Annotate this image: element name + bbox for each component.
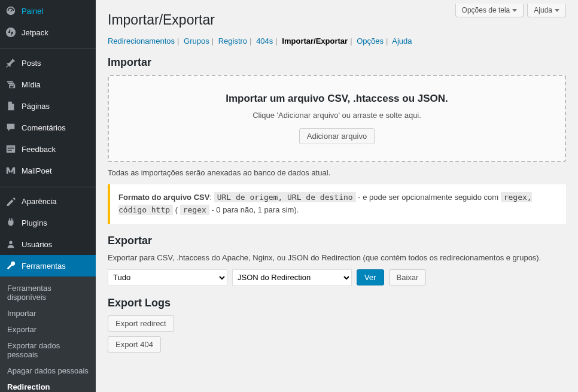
sidebar-item-label: MailPoet xyxy=(22,166,52,175)
download-button[interactable]: Baixar xyxy=(389,269,427,285)
export-redirect-button[interactable]: Export redirect xyxy=(108,315,174,332)
export-404-button[interactable]: Export 404 xyxy=(108,336,161,353)
main-content: Opções de tela Ajuda Importar/Exportar R… xyxy=(96,0,578,392)
menu-separator xyxy=(0,184,96,187)
csv-format-label: Formato do arquivo CSV xyxy=(118,193,209,202)
sidebar-item-label: Aparência xyxy=(22,197,57,206)
menu-separator xyxy=(0,46,96,49)
appearance-icon xyxy=(5,195,17,207)
sidebar-item-label: Jetpack xyxy=(22,28,48,37)
sidebar-item-label: Painel xyxy=(22,7,43,16)
sidebar-item-feedback[interactable]: Feedback xyxy=(0,138,96,160)
sidebar-item-label: Plugins xyxy=(22,218,47,227)
sidebar-item-pages[interactable]: Páginas xyxy=(0,95,96,117)
sidebar-item-posts[interactable]: Posts xyxy=(0,52,96,74)
sidebar-item-label: Comentários xyxy=(22,123,66,132)
dashboard-icon xyxy=(5,5,17,17)
sidebar-item-label: Posts xyxy=(22,59,41,68)
subnav-sep: | xyxy=(386,37,388,45)
help-label: Ajuda xyxy=(534,6,552,14)
subnav-log[interactable]: Registro xyxy=(218,37,247,45)
tools-submenu: Ferramentas disponíveis Importar Exporta… xyxy=(0,276,96,392)
svg-point-0 xyxy=(6,28,16,37)
subnav-options[interactable]: Opções xyxy=(357,37,384,45)
subnav-404s[interactable]: 404s xyxy=(256,37,273,45)
sidebar-item-mailpoet[interactable]: MailPoet xyxy=(0,160,96,181)
export-scope-select[interactable]: Tudo xyxy=(108,269,227,286)
submenu-item-export[interactable]: Exportar xyxy=(0,321,96,338)
submenu-item-available[interactable]: Ferramentas disponíveis xyxy=(0,280,96,305)
csv-mid-text: - e pode ser opcionalmente seguido com xyxy=(356,193,501,202)
submenu-item-redirection[interactable]: Redirection xyxy=(0,379,96,392)
submenu-item-import[interactable]: Importar xyxy=(0,305,96,321)
pin-icon xyxy=(5,57,17,69)
sidebar-item-label: Feedback xyxy=(22,145,56,154)
add-file-button[interactable]: Adicionar arquivo xyxy=(299,128,375,144)
subnav-redirects[interactable]: Redirecionamentos xyxy=(108,37,175,45)
comments-icon xyxy=(5,121,17,133)
media-icon xyxy=(5,78,17,90)
import-dropzone[interactable]: Importar um arquivo CSV, .htaccess ou JS… xyxy=(108,75,566,162)
sidebar-item-plugins[interactable]: Plugins xyxy=(0,212,96,233)
subnav-sep: | xyxy=(250,37,251,45)
pages-icon xyxy=(5,100,17,112)
dropzone-instruction: Clique 'Adicionar arquivo' ou arraste e … xyxy=(121,111,553,120)
sidebar-item-label: Mídia xyxy=(22,80,41,89)
csv-code-3: regex xyxy=(180,205,209,215)
export-controls: Tudo JSON do Redirection Ver Baixar xyxy=(108,269,566,286)
csv-tail-text: - 0 para não, 1 para sim). xyxy=(209,205,299,214)
subnav-sep: | xyxy=(177,37,179,45)
screen-options-label: Opções de tela xyxy=(462,6,510,14)
screen-options-button[interactable]: Opções de tela xyxy=(455,4,524,17)
export-heading: Exportar xyxy=(108,235,566,247)
users-icon xyxy=(5,238,17,250)
submenu-item-erase-personal[interactable]: Apagar dados pessoais xyxy=(0,363,96,379)
caret-down-icon xyxy=(512,9,517,12)
sidebar-item-label: Usuários xyxy=(22,240,52,249)
subnav-sep: | xyxy=(275,37,277,45)
svg-point-2 xyxy=(9,241,12,244)
import-note: Todas as importações serão anexadas ao b… xyxy=(108,168,566,177)
sidebar-item-jetpack[interactable]: Jetpack xyxy=(0,22,96,43)
submenu-item-export-personal[interactable]: Exportar dados pessoais xyxy=(0,338,96,363)
export-description: Exportar para CSV, .htaccess do Apache, … xyxy=(108,253,566,262)
subnav-help[interactable]: Ajuda xyxy=(392,37,412,45)
export-format-select[interactable]: JSON do Redirection xyxy=(232,269,352,286)
sidebar-item-users[interactable]: Usuários xyxy=(0,233,96,255)
subnav-sep: | xyxy=(212,37,214,45)
tools-icon xyxy=(5,260,17,272)
sidebar-item-label: Ferramentas xyxy=(22,262,66,271)
sidebar-item-comments[interactable]: Comentários xyxy=(0,117,96,138)
mailpoet-icon xyxy=(5,165,17,177)
import-heading: Importar xyxy=(108,56,566,69)
view-button[interactable]: Ver xyxy=(357,269,384,285)
sidebar-item-painel[interactable]: Painel xyxy=(0,0,96,22)
jetpack-icon xyxy=(5,26,17,38)
plugins-icon xyxy=(5,217,17,229)
admin-sidebar: Painel Jetpack Posts Mídia Páginas Comen… xyxy=(0,0,96,392)
subnav-groups[interactable]: Grupos xyxy=(184,37,209,45)
subnav-import-export: Importar/Exportar xyxy=(282,37,348,45)
dropzone-title: Importar um arquivo CSV, .htaccess ou JS… xyxy=(121,93,553,105)
csv-paren: ( xyxy=(173,205,180,214)
help-button[interactable]: Ajuda xyxy=(527,4,566,17)
sidebar-item-label: Páginas xyxy=(22,102,50,111)
sidebar-item-appearance[interactable]: Aparência xyxy=(0,190,96,212)
caret-down-icon xyxy=(555,9,559,12)
csv-code-1: URL de origem, URL de destino xyxy=(214,192,356,202)
sidebar-item-tools[interactable]: Ferramentas xyxy=(0,255,96,276)
export-logs-heading: Export Logs xyxy=(108,297,566,309)
top-buttons: Opções de tela Ajuda xyxy=(455,4,566,17)
sidebar-item-media[interactable]: Mídia xyxy=(0,74,96,95)
csv-format-callout: Formato do arquivo CSV: URL de origem, U… xyxy=(108,184,566,224)
sub-navigation: Redirecionamentos| Grupos| Registro| 404… xyxy=(108,37,566,45)
subnav-sep: | xyxy=(350,37,352,45)
feedback-icon xyxy=(5,143,17,155)
